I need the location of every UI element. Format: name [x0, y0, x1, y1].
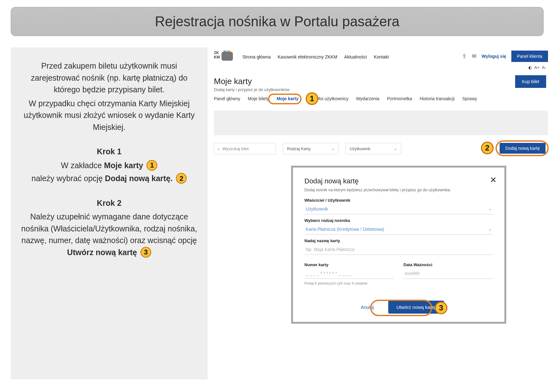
- portal-topbar: ZK KM Strona główna Kasownik elektronicz…: [212, 47, 548, 66]
- date-input[interactable]: mm/RR: [403, 268, 493, 279]
- number-label: Numer karty: [304, 262, 394, 267]
- contrast-icon[interactable]: ◐: [528, 65, 532, 70]
- subnav-bilety[interactable]: Moje bilety: [248, 96, 269, 101]
- subnav-panel[interactable]: Panel główny: [214, 96, 240, 101]
- step1-heading: Krok 1: [20, 146, 199, 158]
- page-title-text: Rejestracja nośnika w Portalu pasażera: [155, 14, 400, 29]
- mail-icon[interactable]: ✉: [472, 53, 477, 60]
- subnav-uzytkownicy[interactable]: Moi użytkownicy: [316, 96, 348, 101]
- subnav-wydarzenia[interactable]: Wydarzenia: [356, 96, 379, 101]
- number-hint: Podaj 6 pierwszych cyfr oraz 4 ostatnie: [304, 281, 493, 285]
- uzytkownik-select[interactable]: Użytkownik ⌄: [346, 143, 401, 154]
- number-date-row: Numer karty _ _ _ _ * * * * * * _ _ _ _ …: [304, 259, 493, 279]
- name-input[interactable]: Np. Moja Karta Płatnicza: [304, 244, 493, 255]
- type-value: Karta Płatnicza (Kredytowa / Debetowa): [306, 227, 384, 232]
- marker-2-inline: 2: [176, 173, 187, 184]
- search-placeholder: Wyszukaj bilet: [222, 146, 249, 151]
- step1-text-b: Moje karty: [104, 161, 143, 170]
- nav-kasownik[interactable]: Kasownik elektroniczny ZKKM: [278, 54, 337, 59]
- nav-home[interactable]: Strona główna: [242, 54, 271, 59]
- logout-link[interactable]: Wyloguj się: [482, 54, 506, 59]
- instructions-panel: Przed zakupem biletu użytkownik musi zar…: [11, 47, 208, 379]
- upload-icon[interactable]: ⇪: [462, 53, 467, 60]
- chevron-down-icon: ⌄: [394, 146, 397, 151]
- step2-text-a: Należy uzupełnić wymagane dane dotyczące…: [21, 212, 197, 245]
- intro-paragraph-1: Przed zakupem biletu użytkownik musi zar…: [20, 60, 199, 96]
- subnav-karty[interactable]: Moje karty: [277, 96, 298, 101]
- owner-label: Właściciel / Użytkownik: [304, 198, 493, 203]
- type-label: Wybierz rodzaj nośnika: [304, 218, 493, 223]
- step1-text-a: W zakładce: [61, 161, 104, 170]
- marker-3-inline: 3: [140, 247, 151, 258]
- font-size-tools: ◐ A+ A-: [528, 65, 546, 70]
- uzytkownik-label: Użytkownik: [350, 146, 371, 151]
- step1-line2: należy wybrać opcję Dodaj nową kartę. 2: [20, 173, 199, 185]
- logo-bus-icon: [221, 52, 233, 61]
- step1-text-d: Dodaj nową kartę.: [105, 174, 173, 183]
- add-card-modal: ✕ Dodaj nową kartę Dodaj nośnik na który…: [291, 166, 506, 324]
- date-label: Data Ważności: [403, 262, 493, 267]
- step1-line1: W zakładce Moje karty 1: [20, 160, 199, 172]
- nav-aktualnosci[interactable]: Aktualności: [344, 54, 367, 59]
- name-label: Nadaj nazwę karty: [304, 238, 493, 243]
- page-heading: Moje karty: [214, 77, 252, 86]
- subnav-portmonetka[interactable]: Portmonetka: [387, 96, 412, 101]
- modal-actions: Anuluj Utwórz nową kartę: [293, 301, 504, 314]
- marker-3-big: 3: [435, 302, 447, 314]
- step2-text-b: Utwórz nową kartę: [67, 248, 137, 257]
- name-placeholder: Np. Moja Karta Płatnicza: [306, 247, 354, 252]
- filters-row: ⌕ Wyszukaj bilet Rodzaj Karty ⌄ Użytkown…: [214, 143, 548, 154]
- page-subtitle: Dodaj karty i przypisz je do użytkownikó…: [214, 87, 290, 92]
- modal-title: Dodaj nową kartę: [304, 177, 493, 185]
- marker-1-inline: 1: [147, 160, 157, 171]
- font-minus[interactable]: A-: [542, 65, 546, 70]
- step2-body: Należy uzupełnić wymagane dane dotyczące…: [20, 211, 199, 258]
- font-plus[interactable]: A+: [534, 65, 539, 70]
- cancel-button[interactable]: Anuluj: [353, 301, 381, 313]
- close-icon[interactable]: ✕: [490, 175, 497, 185]
- owner-value: Użytkownik: [306, 206, 328, 211]
- chevron-down-icon: ⌄: [489, 227, 492, 231]
- portal-topnav: Strona główna Kasownik elektroniczny ZKK…: [242, 54, 389, 59]
- subnav-sprawy[interactable]: Sprawy: [462, 96, 477, 101]
- chevron-down-icon: ⌄: [331, 146, 334, 151]
- intro-paragraph-2: W przypadku chęci otrzymania Karty Miejs…: [20, 98, 199, 133]
- subnav-historia[interactable]: Historia transakcji: [420, 96, 454, 101]
- page-title-bar: Rejestracja nośnika w Portalu pasażera: [11, 7, 544, 36]
- step2-heading: Krok 2: [20, 197, 199, 209]
- nav-kontakt[interactable]: Kontakt: [374, 54, 389, 59]
- owner-select[interactable]: Użytkownik ⌄: [304, 204, 493, 214]
- step1-text-c: należy wybrać opcję: [32, 174, 105, 183]
- modal-subtitle: Dodaj nośnik na którym będziesz przechow…: [304, 188, 493, 192]
- filter-background-band: [214, 111, 548, 135]
- rodzaj-label: Rodzaj Karty: [287, 146, 310, 151]
- logo-text1: ZK: [214, 51, 219, 55]
- modal-inner: ✕ Dodaj nową kartę Dodaj nośnik na który…: [293, 168, 504, 322]
- portal-toptools: ⇪ ✉ Wyloguj się Panel klienta: [462, 51, 548, 62]
- type-select[interactable]: Karta Płatnicza (Kredytowa / Debetowa) ⌄: [304, 224, 493, 235]
- rodzaj-karty-select[interactable]: Rodzaj Karty ⌄: [283, 143, 339, 154]
- zkkm-logo: ZK KM: [214, 51, 233, 63]
- kup-bilet-button[interactable]: Kup bilet: [515, 75, 546, 88]
- chevron-down-icon: ⌄: [489, 207, 492, 211]
- dodaj-nowa-karte-button[interactable]: Dodaj nową kartę: [500, 143, 546, 154]
- portal-screenshot: ZK KM Strona główna Kasownik elektronicz…: [212, 47, 548, 379]
- search-icon: ⌕: [217, 146, 220, 151]
- date-placeholder: mm/RR: [405, 271, 420, 276]
- number-input[interactable]: _ _ _ _ * * * * * * _ _ _ _: [304, 268, 394, 279]
- panel-klienta-button[interactable]: Panel klienta: [511, 51, 548, 62]
- marker-1-big: 1: [306, 92, 318, 105]
- number-placeholder: _ _ _ _ * * * * * * _ _ _ _: [306, 271, 352, 276]
- search-input[interactable]: ⌕ Wyszukaj bilet: [214, 143, 276, 154]
- logo-text2: KM: [214, 55, 220, 59]
- client-subnav: Panel główny Moje bilety Moje karty e Mo…: [214, 96, 477, 101]
- marker-2-big: 2: [481, 142, 494, 154]
